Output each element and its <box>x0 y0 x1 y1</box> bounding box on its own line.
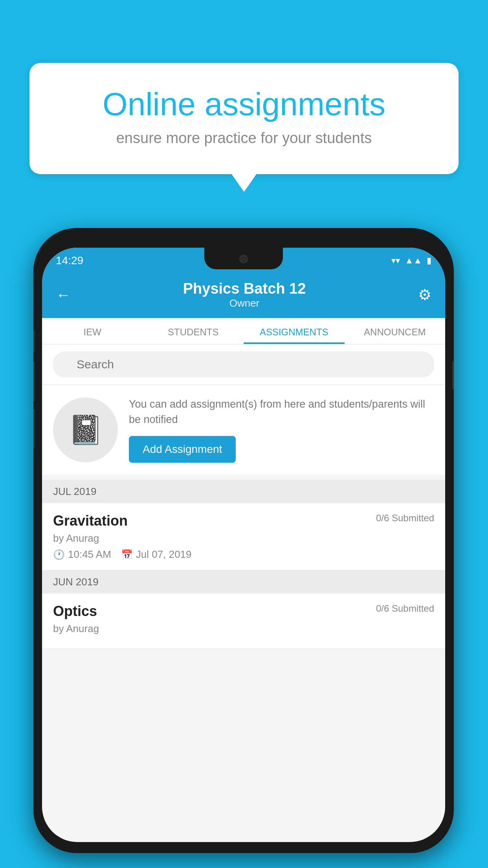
assignment-name: Gravitation <box>53 513 128 529</box>
assignment-item-top-optics: Optics 0/6 Submitted <box>53 603 434 620</box>
app-header: ← Physics Batch 12 Owner ⚙ <box>42 273 445 318</box>
signal-icon: ▲▲ <box>405 256 422 266</box>
status-icons: ▾▾ ▲▲ ▮ <box>391 256 431 266</box>
battery-icon: ▮ <box>427 256 431 266</box>
assignment-by: by Anurag <box>53 532 434 544</box>
assignment-by-optics: by Anurag <box>53 623 434 635</box>
settings-icon[interactable]: ⚙ <box>418 286 431 303</box>
add-assignment-right: You can add assignment(s) from here and … <box>129 397 434 463</box>
clock-icon: 🕐 <box>53 549 65 560</box>
bubble-subtitle: ensure more practice for your students <box>61 130 427 147</box>
assignment-time: 🕐 10:45 AM <box>53 548 111 561</box>
add-assignment-description: You can add assignment(s) from here and … <box>129 397 434 427</box>
section-header-jul: JUL 2019 <box>42 480 445 503</box>
search-wrapper: 🔍 <box>53 351 434 377</box>
section-header-jun: JUN 2019 <box>42 570 445 594</box>
speech-bubble-container: Online assignments ensure more practice … <box>29 63 459 174</box>
tab-announcements[interactable]: ANNOUNCEM <box>345 318 446 344</box>
tab-students[interactable]: STUDENTS <box>143 318 244 344</box>
tab-assignments[interactable]: ASSIGNMENTS <box>244 318 345 344</box>
tabs-bar: IEW STUDENTS ASSIGNMENTS ANNOUNCEM <box>42 318 445 344</box>
phone-frame: 14:29 ▾▾ ▲▲ ▮ ← Physics Batch 12 Owner ⚙… <box>33 228 454 853</box>
header-center: Physics Batch 12 Owner <box>183 280 306 309</box>
assignment-submitted-optics: 0/6 Submitted <box>376 603 434 614</box>
search-input[interactable] <box>53 351 434 377</box>
assignment-submitted: 0/6 Submitted <box>376 513 434 524</box>
bubble-title: Online assignments <box>61 86 427 122</box>
notch <box>204 248 283 269</box>
tab-iew[interactable]: IEW <box>42 318 143 344</box>
assignment-icon-circle: 📓 <box>53 397 118 462</box>
speech-bubble: Online assignments ensure more practice … <box>29 63 459 174</box>
notebook-icon: 📓 <box>68 413 103 447</box>
header-subtitle: Owner <box>183 297 306 309</box>
camera <box>239 255 248 263</box>
header-title: Physics Batch 12 <box>183 280 306 297</box>
assignment-item-top: Gravitation 0/6 Submitted <box>53 513 434 529</box>
status-time: 14:29 <box>56 254 83 267</box>
add-assignment-button[interactable]: Add Assignment <box>129 436 236 463</box>
assignment-meta: 🕐 10:45 AM 📅 Jul 07, 2019 <box>53 548 434 561</box>
back-button[interactable]: ← <box>56 287 71 303</box>
assignment-item-gravitation[interactable]: Gravitation 0/6 Submitted by Anurag 🕐 10… <box>42 503 445 570</box>
power-button <box>452 362 454 389</box>
assignment-name-optics: Optics <box>53 603 97 620</box>
add-assignment-card: 📓 You can add assignment(s) from here an… <box>42 385 445 474</box>
mute-button <box>33 330 35 352</box>
volume-down-button <box>33 409 35 448</box>
assignment-date: 📅 Jul 07, 2019 <box>121 548 192 561</box>
search-container: 🔍 <box>42 344 445 385</box>
time-value: 10:45 AM <box>68 548 111 561</box>
date-value: Jul 07, 2019 <box>136 548 192 561</box>
calendar-icon: 📅 <box>121 549 133 560</box>
phone-screen: 14:29 ▾▾ ▲▲ ▮ ← Physics Batch 12 Owner ⚙… <box>42 248 445 842</box>
assignment-item-optics[interactable]: Optics 0/6 Submitted by Anurag <box>42 594 445 649</box>
volume-up-button <box>33 362 35 401</box>
wifi-icon: ▾▾ <box>391 256 400 266</box>
